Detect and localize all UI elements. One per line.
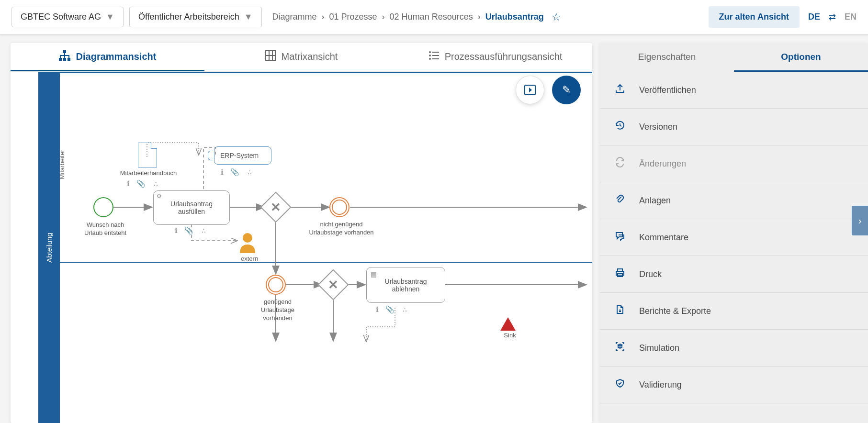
- document-icon: ▤: [371, 270, 377, 278]
- object-mini-icons: ℹ 📎 ⛬: [376, 305, 408, 314]
- option-changes[interactable]: Änderungen: [600, 145, 868, 182]
- option-label: Änderungen: [639, 159, 686, 169]
- svg-rect-1: [59, 58, 62, 61]
- paperclip-icon: [614, 194, 626, 207]
- option-publish[interactable]: Veröffentlichen: [600, 72, 868, 109]
- option-label: Anlagen: [639, 196, 671, 206]
- breadcrumb-item[interactable]: 01 Prozesse: [329, 12, 377, 22]
- task-label: Urlaubsantrag ausfüllen: [158, 200, 225, 215]
- org-icon[interactable]: ⛬: [200, 226, 207, 235]
- breadcrumb-item[interactable]: 02 Human Resources: [390, 12, 473, 22]
- option-print[interactable]: Druck: [600, 256, 868, 293]
- start-event-label: Wunsch nach Urlaub entsteht: [79, 221, 132, 237]
- pool-label: Abteilung: [45, 233, 53, 263]
- bpmn-start-event[interactable]: [93, 197, 113, 217]
- data-object-label: Mitarbeiterhandbuch: [117, 169, 180, 178]
- option-validation[interactable]: Validierung: [600, 367, 868, 403]
- history-icon: [614, 120, 626, 134]
- tab-label: Matrixansicht: [282, 51, 338, 62]
- bpmn-task-reject-request[interactable]: ▤ Urlaubsantrag ablehnen: [366, 267, 445, 303]
- option-label: Validierung: [639, 380, 682, 390]
- tab-diagram-view[interactable]: Diagrammansicht: [11, 43, 204, 71]
- svg-rect-3: [68, 58, 70, 61]
- bpmn-gateway-split[interactable]: ✕: [322, 274, 344, 296]
- list-icon: [428, 51, 439, 63]
- bpmn-data-store-erp[interactable]: ERP-System: [214, 146, 271, 165]
- pool-body: Mitarbeiter: [60, 72, 592, 423]
- option-simulation[interactable]: Simulation: [600, 330, 868, 367]
- tab-execution-view[interactable]: Prozessausführungsansicht: [398, 43, 592, 71]
- info-icon[interactable]: ℹ: [175, 226, 178, 235]
- bpmn-data-object-handbook[interactable]: [138, 143, 157, 167]
- lang-de[interactable]: DE: [808, 12, 820, 22]
- bpmn-intermediate-event[interactable]: [266, 275, 286, 295]
- lane-separator: [60, 262, 592, 263]
- attachment-icon[interactable]: 📎: [184, 226, 193, 235]
- breadcrumb-item-current[interactable]: Urlaubsantrag: [485, 12, 544, 22]
- svg-rect-0: [63, 50, 66, 53]
- task-label: Urlaubsantrag ablehnen: [371, 278, 441, 293]
- lang-en[interactable]: EN: [845, 12, 857, 22]
- workspace-dropdown[interactable]: Öffentlicher Arbeitsbereich ▼: [129, 7, 262, 27]
- svg-rect-2: [63, 58, 66, 61]
- bpmn-diagram: Abteilung Mitarbeiter: [11, 72, 592, 423]
- grid-icon: [265, 50, 276, 63]
- tab-label: Diagrammansicht: [76, 51, 157, 62]
- tab-options[interactable]: Optionen: [734, 43, 868, 72]
- warning-triangle-icon[interactable]: [500, 317, 516, 331]
- favorite-star-icon[interactable]: ☆: [552, 11, 561, 23]
- attachment-icon[interactable]: 📎: [136, 179, 146, 188]
- chevron-right-icon: ›: [478, 12, 481, 22]
- chevron-down-icon: ▼: [244, 12, 253, 22]
- info-icon[interactable]: ℹ: [221, 168, 224, 177]
- chevron-right-icon: ›: [382, 12, 385, 22]
- refresh-icon: [614, 157, 626, 170]
- org-icon[interactable]: ⛬: [152, 179, 159, 188]
- object-mini-icons: ℹ 📎 ⛬: [127, 179, 159, 188]
- breadcrumb-item[interactable]: Diagramme: [272, 12, 317, 22]
- file-icon: [614, 304, 626, 318]
- org-icon[interactable]: ⛬: [246, 168, 253, 177]
- svg-point-10: [429, 55, 431, 56]
- connectors: [60, 73, 592, 423]
- pool-header[interactable]: Abteilung: [38, 72, 60, 423]
- attachment-icon[interactable]: 📎: [385, 305, 395, 314]
- bpmn-task-fill-request[interactable]: ⚙ Urlaubsantrag ausfüllen: [153, 190, 230, 225]
- info-icon[interactable]: ℹ: [376, 305, 379, 314]
- option-attachments[interactable]: Anlagen: [600, 182, 868, 219]
- info-icon[interactable]: ℹ: [127, 179, 130, 188]
- comment-icon: [614, 231, 626, 244]
- gear-icon: ⚙: [157, 193, 162, 200]
- bpmn-gateway-split[interactable]: ✕: [265, 196, 287, 218]
- collapse-panel-button[interactable]: ›: [852, 206, 868, 235]
- header-right: Zur alten Ansicht DE ⇄ EN: [709, 6, 857, 28]
- swap-language-icon[interactable]: ⇄: [829, 12, 836, 22]
- svg-point-25: [243, 233, 252, 243]
- app-header: GBTEC Software AG ▼ Öffentlicher Arbeits…: [0, 0, 868, 34]
- option-comments[interactable]: Kommentare: [600, 219, 868, 256]
- attachment-icon[interactable]: 📎: [230, 168, 239, 177]
- data-store-label: ERP-System: [220, 152, 259, 159]
- org-dropdown-label: GBTEC Software AG: [21, 12, 101, 22]
- cube-scan-icon: [614, 341, 626, 355]
- main-area: Diagrammansicht Matrixansicht Prozessaus…: [11, 43, 868, 423]
- option-reports[interactable]: Berichte & Exporte: [600, 293, 868, 330]
- view-tabs: Diagrammansicht Matrixansicht Prozessaus…: [11, 43, 592, 72]
- edit-button[interactable]: ✎: [552, 76, 581, 104]
- old-view-button[interactable]: Zur alten Ansicht: [709, 6, 800, 28]
- option-label: Berichte & Exporte: [639, 306, 711, 316]
- object-mini-icons: ℹ 📎 ⛬: [175, 226, 207, 235]
- bpmn-intermediate-event[interactable]: [329, 197, 349, 217]
- person-icon[interactable]: [238, 232, 257, 257]
- tab-matrix-view[interactable]: Matrixansicht: [204, 43, 398, 71]
- org-icon[interactable]: ⛬: [401, 305, 408, 314]
- sitemap-icon: [59, 50, 70, 63]
- play-button[interactable]: [516, 76, 544, 104]
- diagram-canvas[interactable]: ✎ Abteilung Mitarbeiter: [11, 72, 592, 423]
- option-versions[interactable]: Versionen: [600, 109, 868, 145]
- org-dropdown[interactable]: GBTEC Software AG ▼: [11, 7, 124, 27]
- lane-label-employee: Mitarbeiter: [58, 150, 66, 179]
- tab-properties[interactable]: Eigenschaften: [600, 43, 734, 72]
- event-label: genügend Urlaubstage vorhanden: [251, 298, 304, 323]
- option-label: Kommentare: [639, 233, 688, 243]
